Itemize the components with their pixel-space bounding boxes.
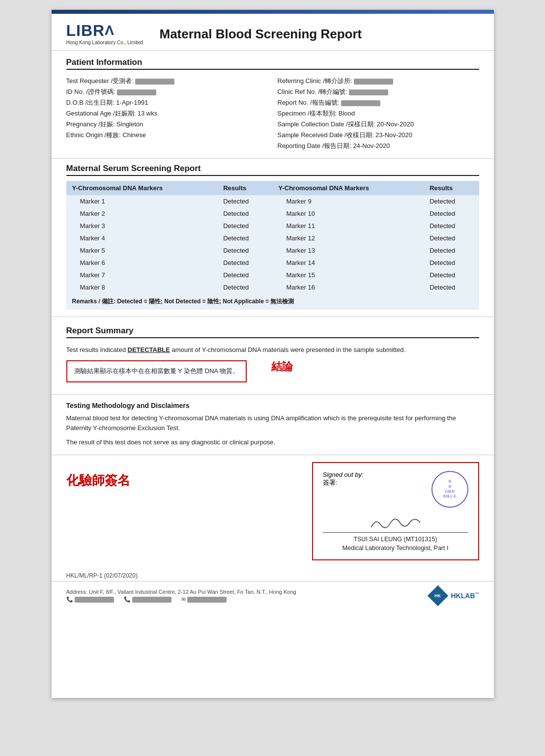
methodology-section: Testing Methodology and Disclaimers Mate… — [52, 395, 494, 455]
footer-tel1: 📞 — [66, 596, 114, 603]
table-row: Marker 5 Detected Marker 13 Detected — [66, 244, 479, 257]
patient-received-date: Sample Received Date /收樣日期: 23-Nov-2020 — [278, 130, 479, 141]
marker-name-right: Marker 15 — [272, 269, 424, 281]
summary-text-2: amount of Y-chromosomal DNA materials we… — [170, 346, 405, 353]
main-page: LIBRΛ Hong Kong Laboratory Co., Limited … — [52, 10, 494, 698]
hklab-icon: HK — [428, 585, 448, 606]
address-line: Address: Unit F, 8/F., Valiant Industria… — [66, 589, 296, 595]
col3-header: Y-Chromosomal DNA Markers — [272, 181, 424, 195]
signature-svg — [366, 513, 425, 532]
methodology-text1: Maternal blood test for detecting Y-chro… — [66, 413, 479, 434]
marker-result-right: Detected — [424, 244, 479, 257]
signed-by-chinese: 簽署: — [323, 478, 364, 487]
marker-name-left: Marker 2 — [66, 207, 218, 220]
marker-result-left: Detected — [217, 195, 272, 207]
marker-result-right: Detected — [424, 207, 479, 220]
top-bar — [52, 10, 494, 14]
marker-name-left: Marker 5 — [66, 244, 218, 257]
col4-header: Results — [424, 181, 479, 195]
chemist-label: 化驗師簽名 — [66, 472, 130, 489]
patient-pregnancy: Pregnancy /妊娠: Singleton — [66, 119, 268, 130]
table-row: Marker 1 Detected Marker 9 Detected — [66, 195, 479, 207]
marker-result-left: Detected — [217, 232, 272, 244]
logo-text: LIBRΛ — [66, 23, 115, 38]
marker-name-left: Marker 6 — [66, 257, 218, 269]
summary-text-1: Test results indicated — [66, 346, 128, 353]
marker-name-left: Marker 7 — [66, 269, 218, 281]
marker-result-right: Detected — [424, 257, 479, 269]
redacted-value — [117, 89, 156, 95]
marker-name-right: Marker 16 — [272, 281, 424, 293]
sign-box: Signed out by: 簽署: 香港化驗所有限公司 TSUI SAI LE… — [312, 462, 479, 560]
sign-line — [323, 513, 468, 533]
marker-table: Y-Chromosomal DNA Markers Results Y-Chro… — [66, 181, 479, 293]
marker-result-right: Detected — [424, 281, 479, 293]
footer-phone-area: 📞 📞 ✉ — [66, 596, 296, 603]
footer-ref-text: HKL/ML/RP-1 (02/07/2020) — [66, 572, 138, 579]
marker-name-left: Marker 8 — [66, 281, 218, 293]
signer-name: TSUI SAI LEUNG (MT101315) — [323, 536, 468, 543]
patient-dob: D.O.B /出生日期: 1-Apr-1991 — [66, 97, 268, 108]
marker-result-right: Detected — [424, 232, 479, 244]
table-row: Marker 8 Detected Marker 16 Detected — [66, 281, 479, 293]
marker-result-left: Detected — [217, 244, 272, 257]
marker-result-right: Detected — [424, 195, 479, 207]
patient-grid: Test Requester /受測者: ID No. /證件號碼: D.O.B… — [66, 76, 479, 151]
marker-result-left: Detected — [217, 220, 272, 232]
header: LIBRΛ Hong Kong Laboratory Co., Limited … — [52, 14, 494, 51]
footer-email: ✉ — [181, 596, 227, 603]
patient-collection-date: Sample Collection Date /採樣日期: 20-Nov-202… — [278, 119, 479, 130]
report-summary-section: Report Summary Test results indicated DE… — [52, 317, 494, 395]
table-row: Marker 4 Detected Marker 12 Detected — [66, 232, 479, 244]
patient-right-col: Referring Clinic /轉介診所: Clinic Ref No. /… — [278, 76, 479, 151]
footer-address: Address: Unit F, 8/F., Valiant Industria… — [52, 581, 494, 610]
marker-name-right: Marker 13 — [272, 244, 424, 257]
patient-specimen: Specimen /樣本類別: Blood — [278, 108, 479, 119]
detectable-word: DETECTABLE — [128, 346, 170, 353]
patient-row: Referring Clinic /轉介診所: — [278, 76, 479, 87]
screening-section: Maternal Serum Screening Report Y-Chromo… — [52, 159, 494, 317]
redacted-value — [354, 79, 393, 85]
patient-info-section: Patient Information Test Requester /受測者:… — [52, 51, 494, 159]
signoff-section: 化驗師簽名 Signed out by: 簽署: 香港化驗所有限公司 TSUI … — [52, 455, 494, 567]
table-row: Marker 7 Detected Marker 15 Detected — [66, 269, 479, 281]
logo-subtitle: Hong Kong Laboratory Co., Limited — [66, 40, 143, 45]
remarks: Remarks / 備註: Detected = 陽性; Not Detecte… — [66, 293, 479, 310]
stamp-text: 香港化驗所有限公司 — [443, 479, 457, 499]
patient-reporting-date: Reporting Date /報告日期: 24-Nov-2020 — [278, 141, 479, 151]
marker-result-left: Detected — [217, 207, 272, 220]
table-row: Marker 6 Detected Marker 14 Detected — [66, 257, 479, 269]
marker-result-left: Detected — [217, 269, 272, 281]
report-title: Maternal Blood Screening Report — [160, 27, 362, 42]
marker-name-left: Marker 3 — [66, 220, 218, 232]
conclusion-box: 測驗結果顯示在樣本中在在相當數量 Y 染色體 DNA 物質。 — [66, 360, 247, 382]
patient-row: Test Requester /受測者: — [66, 76, 268, 87]
redacted-value — [341, 100, 380, 106]
redacted-value — [349, 89, 388, 95]
marker-result-right: Detected — [424, 269, 479, 281]
col2-header: Results — [217, 181, 272, 195]
marker-result-left: Detected — [217, 257, 272, 269]
hklab-text: HKLAB™ — [451, 592, 479, 600]
patient-left-col: Test Requester /受測者: ID No. /證件號碼: D.O.B… — [66, 76, 268, 151]
methodology-title: Testing Methodology and Disclaimers — [66, 402, 479, 409]
footer-ref: HKL/ML/RP-1 (02/07/2020) — [52, 567, 494, 581]
marker-name-right: Marker 10 — [272, 207, 424, 220]
marker-result-left: Detected — [217, 281, 272, 293]
patient-row: Report No. /報告編號: — [278, 97, 479, 108]
col1-header: Y-Chromosomal DNA Markers — [66, 181, 218, 195]
address-text: Address: Unit F, 8/F., Valiant Industria… — [66, 589, 296, 603]
patient-row: Clinic Ref No. /轉介編號: — [278, 87, 479, 97]
hklab-logo: HK HKLAB™ — [428, 585, 479, 606]
methodology-text2: The result of this test does not serve a… — [66, 437, 479, 448]
screening-title: Maternal Serum Screening Report — [66, 164, 479, 176]
marker-result-right: Detected — [424, 220, 479, 232]
patient-ethnic: Ethnic Origin /種族: Chinese — [66, 130, 268, 141]
signer-title: Medical Laboratory Technologist, Part I — [323, 545, 468, 552]
table-row: Marker 2 Detected Marker 10 Detected — [66, 207, 479, 220]
footer-fax: 📞 — [124, 596, 172, 603]
patient-ga: Gestational Age /妊娠期: 13 wks — [66, 108, 268, 119]
summary-title: Report Summary — [66, 326, 479, 338]
logo-area: LIBRΛ Hong Kong Laboratory Co., Limited — [66, 23, 145, 45]
signed-out-by: Signed out by: — [323, 471, 364, 478]
